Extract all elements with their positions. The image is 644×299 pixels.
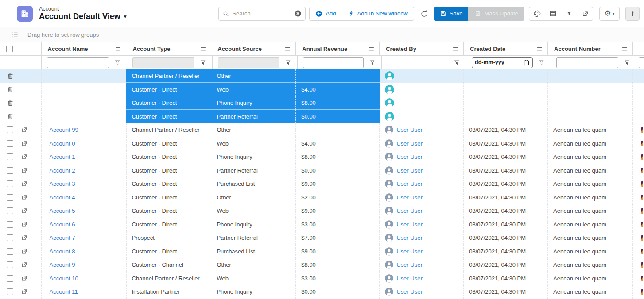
search-input[interactable] [232,10,294,17]
column-header-account-number[interactable]: Account Number [548,42,633,55]
open-record-icon[interactable] [21,288,27,295]
open-record-icon[interactable] [21,275,27,282]
cell-account-number[interactable] [548,83,633,96]
cell-account-name[interactable]: Account 1 [42,150,127,164]
cell-account-name[interactable] [42,110,127,123]
cell-account-number[interactable]: Aenean eu leo quam [548,123,633,137]
cell-account-name[interactable]: Account 11 [42,285,127,299]
row-checkbox[interactable] [7,248,13,255]
open-record-icon[interactable] [21,261,27,268]
filter-icon[interactable] [282,59,294,66]
cell-created-date[interactable]: 03/07/2021, 04:30 PM [464,150,548,164]
account-name-link[interactable]: Account 1 [50,153,75,160]
account-name-link[interactable]: Account 3 [50,180,75,187]
column-header-created-date[interactable]: Created Date [464,42,548,55]
delete-row-button[interactable] [7,100,14,107]
column-menu-icon[interactable] [368,46,375,52]
cell-account-number[interactable]: Aenean eu leo quam [548,137,633,150]
cell-created-date[interactable]: 03/07/2021, 04:30 PM [464,123,548,137]
created-by-link[interactable]: User User [396,275,423,282]
cell-account-name[interactable]: Account 0 [42,137,127,150]
filter-input-account-number[interactable] [556,57,618,68]
open-record-icon[interactable] [21,234,27,241]
cell-account-source[interactable]: Other [211,191,296,204]
cell-account-type[interactable]: Customer - Direct [127,164,212,177]
cell-account-source[interactable]: Web [211,272,296,285]
cell-account-number[interactable]: Aenean eu leo quam [548,231,633,245]
column-menu-icon[interactable] [452,46,459,52]
open-record-icon[interactable] [21,194,27,201]
cell-created-by[interactable]: User User [380,177,464,191]
open-record-icon[interactable] [21,126,27,133]
cell-account-name[interactable]: Account 5 [42,204,127,218]
cell-annual-revenue[interactable]: $2.00 [296,191,380,204]
column-menu-icon[interactable] [536,46,543,52]
filter-date-input-created-date[interactable]: dd-mm-yyy [472,57,533,68]
cell-account-type[interactable]: Customer - Direct [126,96,211,110]
created-by-link[interactable]: User User [396,180,423,187]
cell-account-source[interactable]: Purchased List [211,177,296,191]
row-checkbox[interactable] [7,288,13,295]
cell-account-name[interactable]: Account 8 [42,245,127,258]
cell-account-type[interactable]: Channel Partner / Reseller [126,69,211,83]
created-by-link[interactable]: User User [396,167,423,174]
calendar-icon[interactable] [523,59,530,66]
open-record-icon[interactable] [21,180,27,187]
cell-account-name[interactable] [42,83,127,96]
cell-created-by[interactable]: User User [380,245,464,258]
save-button[interactable]: Save [434,7,469,21]
cell-account-name[interactable]: Account 4 [42,191,127,204]
cell-created-by[interactable]: User User [380,231,464,245]
cell-account-type[interactable]: Customer - Channel [127,258,212,272]
cell-created-by[interactable]: User User [380,258,464,272]
open-record-icon[interactable] [21,248,27,255]
cell-account-source[interactable]: Web [211,137,296,150]
cell-account-source[interactable]: Partner Referral [211,164,296,177]
created-by-link[interactable]: User User [396,248,423,255]
column-header-created-by[interactable]: Created By [380,42,464,55]
open-external-button[interactable] [577,7,593,21]
cell-account-type[interactable]: Customer - Direct [127,191,212,204]
cell-account-number[interactable]: Aenean eu leo quam [548,177,633,191]
cell-created-date[interactable]: 03/07/2021, 04:30 PM [464,137,548,150]
cell-annual-revenue[interactable]: $9.00 [296,204,380,218]
cell-account-name[interactable] [42,96,127,110]
row-checkbox[interactable] [7,234,13,241]
cell-created-date[interactable] [464,110,548,123]
cell-account-number[interactable]: Aenean eu leo quam [548,204,633,218]
cell-created-date[interactable]: 03/07/2021, 04:30 PM [464,191,548,204]
account-name-link[interactable]: Account 6 [50,221,75,228]
created-by-link[interactable]: User User [396,288,423,295]
cell-account-name[interactable]: Account 3 [42,177,127,191]
filter-button[interactable] [561,7,577,21]
row-checkbox[interactable] [7,126,13,133]
cell-created-by[interactable] [380,110,464,123]
settings-button[interactable]: ⚙ ▾ [599,7,620,21]
view-selector[interactable]: Account Default View ▼ [39,12,128,21]
cell-annual-revenue[interactable]: $9.00 [296,177,380,191]
cell-account-source[interactable]: Web [211,83,296,96]
filter-icon[interactable] [197,59,209,66]
cell-created-by[interactable] [380,69,464,83]
cell-created-by[interactable]: User User [380,285,464,299]
cell-account-source[interactable]: Other [211,69,296,83]
created-by-link[interactable]: User User [396,140,423,147]
cell-account-type[interactable]: Prospect [127,231,212,245]
column-menu-icon[interactable] [200,46,206,52]
cell-created-date[interactable]: 03/07/2021, 04:30 PM [464,231,548,245]
column-menu-icon[interactable] [115,46,121,52]
cell-annual-revenue[interactable]: $8.00 [296,150,380,164]
cell-account-name[interactable]: Account 2 [42,164,127,177]
created-by-link[interactable]: User User [396,126,423,133]
add-in-new-window-button[interactable]: Add In New window [342,7,414,21]
account-name-link[interactable]: Account 2 [50,167,75,174]
cell-created-by[interactable]: User User [380,204,464,218]
cell-account-source[interactable]: Purchased List [211,245,296,258]
cell-created-by[interactable]: User User [380,191,464,204]
cell-created-date[interactable] [464,69,548,83]
open-record-icon[interactable] [21,167,27,174]
account-name-link[interactable]: Account 10 [50,275,78,282]
select-all-checkbox[interactable] [6,46,13,52]
delete-row-button[interactable] [7,113,14,120]
cell-account-name[interactable]: Account 99 [42,123,127,137]
